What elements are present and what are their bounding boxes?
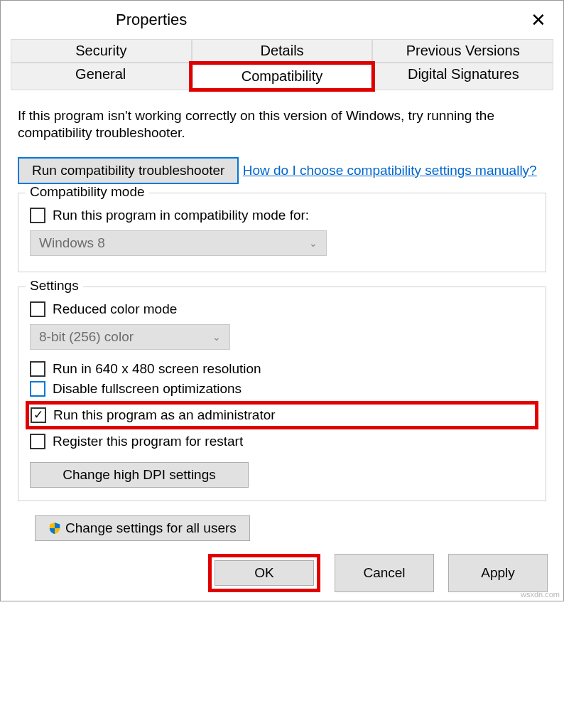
compat-os-value: Windows 8	[39, 235, 105, 251]
ok-button[interactable]: OK	[215, 560, 314, 586]
change-all-users-button[interactable]: Change settings for all users	[35, 515, 250, 541]
tab-details[interactable]: Details	[192, 39, 373, 63]
color-depth-value: 8-bit (256) color	[39, 329, 134, 345]
window-title: Properties	[11, 11, 524, 29]
compatibility-mode-group: Compatibility mode Run this program in c…	[18, 193, 546, 272]
tab-previous-versions[interactable]: Previous Versions	[372, 39, 553, 63]
res-640-label: Run in 640 x 480 screen resolution	[53, 361, 261, 377]
tab-general[interactable]: General	[11, 63, 190, 90]
compat-mode-checkbox[interactable]	[30, 208, 45, 223]
disable-fullscreen-label: Disable fullscreen optimizations	[53, 381, 242, 397]
compatibility-mode-label: Compatibility mode	[26, 184, 149, 200]
shield-icon	[48, 522, 61, 535]
tab-strip: Security Details Previous Versions Gener…	[11, 39, 553, 90]
close-icon[interactable]: ✕	[524, 6, 553, 34]
properties-dialog: Properties ✕ Security Details Previous V…	[0, 0, 564, 601]
apply-button[interactable]: Apply	[448, 554, 548, 592]
color-depth-combo[interactable]: 8-bit (256) color ⌄	[30, 324, 230, 350]
tab-security[interactable]: Security	[11, 39, 192, 63]
tab-compatibility[interactable]: Compatibility	[192, 65, 371, 88]
dialog-footer: OK Cancel Apply	[1, 541, 563, 592]
res-640-checkbox[interactable]	[30, 361, 45, 377]
watermark: wsxdn.com	[521, 590, 560, 599]
register-restart-checkbox[interactable]	[30, 434, 45, 449]
register-restart-label: Register this program for restart	[53, 434, 243, 449]
disable-fullscreen-checkbox[interactable]	[30, 381, 45, 397]
reduced-color-label: Reduced color mode	[53, 301, 177, 317]
change-dpi-button[interactable]: Change high DPI settings	[30, 462, 249, 488]
run-as-admin-label: Run this program as an administrator	[53, 407, 276, 423]
cancel-button[interactable]: Cancel	[335, 554, 434, 592]
titlebar: Properties ✕	[1, 1, 563, 39]
intro-text: If this program isn't working correctly …	[18, 107, 546, 141]
run-as-admin-checkbox[interactable]	[31, 407, 46, 423]
run-troubleshooter-button[interactable]: Run compatibility troubleshooter	[18, 157, 239, 184]
settings-group: Settings Reduced color mode 8-bit (256) …	[18, 287, 546, 501]
tab-digital-signatures[interactable]: Digital Signatures	[374, 63, 553, 90]
change-all-users-label: Change settings for all users	[65, 520, 237, 536]
chevron-down-icon: ⌄	[309, 237, 318, 249]
chevron-down-icon: ⌄	[212, 331, 221, 343]
settings-label: Settings	[26, 278, 83, 294]
compat-mode-checkbox-label: Run this program in compatibility mode f…	[53, 208, 309, 223]
manual-settings-link[interactable]: How do I choose compatibility settings m…	[243, 163, 537, 178]
compat-os-combo[interactable]: Windows 8 ⌄	[30, 230, 327, 256]
reduced-color-checkbox[interactable]	[30, 301, 45, 317]
